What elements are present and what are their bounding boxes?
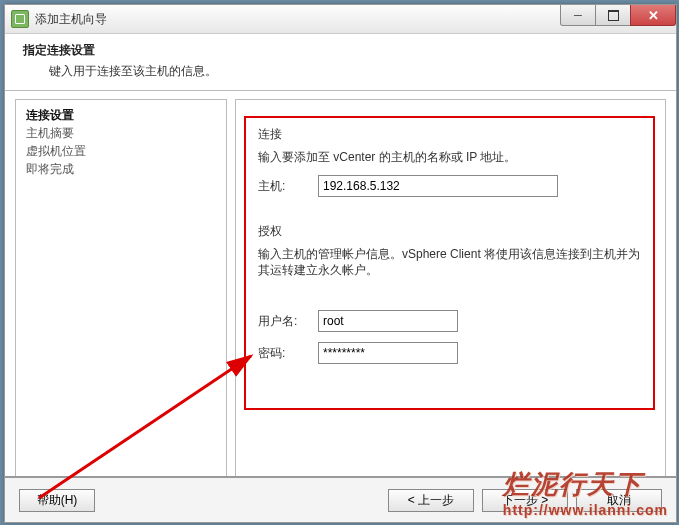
sidebar-item-vm-location: 虚拟机位置 [26, 142, 216, 160]
close-button[interactable]: ✕ [630, 5, 676, 26]
wizard-body: 连接设置 主机摘要 虚拟机位置 即将完成 连接 输入要添加至 vCenter 的… [5, 91, 676, 489]
host-row: 主机: [258, 175, 641, 197]
host-input[interactable] [318, 175, 558, 197]
page-title: 指定连接设置 [23, 42, 664, 59]
password-input[interactable] [318, 342, 458, 364]
sidebar-item-connection[interactable]: 连接设置 [26, 106, 216, 124]
username-row: 用户名: [258, 310, 641, 332]
auth-group-label: 授权 [258, 223, 641, 240]
back-button[interactable]: < 上一步 [388, 489, 474, 512]
help-button[interactable]: 帮助(H) [19, 489, 95, 512]
sidebar-item-finish: 即将完成 [26, 160, 216, 178]
minimize-button[interactable]: ─ [560, 5, 596, 26]
auth-description: 输入主机的管理帐户信息。vSphere Client 将使用该信息连接到主机并为… [258, 246, 641, 278]
wizard-footer: 帮助(H) < 上一步 下一步 > 取消 [5, 476, 676, 522]
username-label: 用户名: [258, 313, 318, 330]
app-icon [11, 10, 29, 28]
wizard-header: 指定连接设置 键入用于连接至该主机的信息。 [5, 34, 676, 91]
username-input[interactable] [318, 310, 458, 332]
cancel-button[interactable]: 取消 [576, 489, 662, 512]
steps-sidebar: 连接设置 主机摘要 虚拟机位置 即将完成 [15, 99, 227, 489]
password-row: 密码: [258, 342, 641, 364]
connection-group-label: 连接 [258, 126, 641, 143]
page-subtitle: 键入用于连接至该主机的信息。 [49, 63, 664, 80]
wizard-window: 添加主机向导 ─ ✕ 指定连接设置 键入用于连接至该主机的信息。 连接设置 主机… [4, 4, 677, 523]
maximize-button[interactable] [595, 5, 631, 26]
password-label: 密码: [258, 345, 318, 362]
highlighted-form-area: 连接 输入要添加至 vCenter 的主机的名称或 IP 地址。 主机: 授权 … [244, 116, 655, 410]
connection-description: 输入要添加至 vCenter 的主机的名称或 IP 地址。 [258, 149, 641, 165]
next-button[interactable]: 下一步 > [482, 489, 568, 512]
host-label: 主机: [258, 178, 318, 195]
titlebar: 添加主机向导 ─ ✕ [5, 5, 676, 34]
window-buttons: ─ ✕ [561, 5, 676, 26]
window-title: 添加主机向导 [35, 11, 107, 28]
main-panel: 连接 输入要添加至 vCenter 的主机的名称或 IP 地址。 主机: 授权 … [235, 99, 666, 489]
sidebar-item-summary: 主机摘要 [26, 124, 216, 142]
